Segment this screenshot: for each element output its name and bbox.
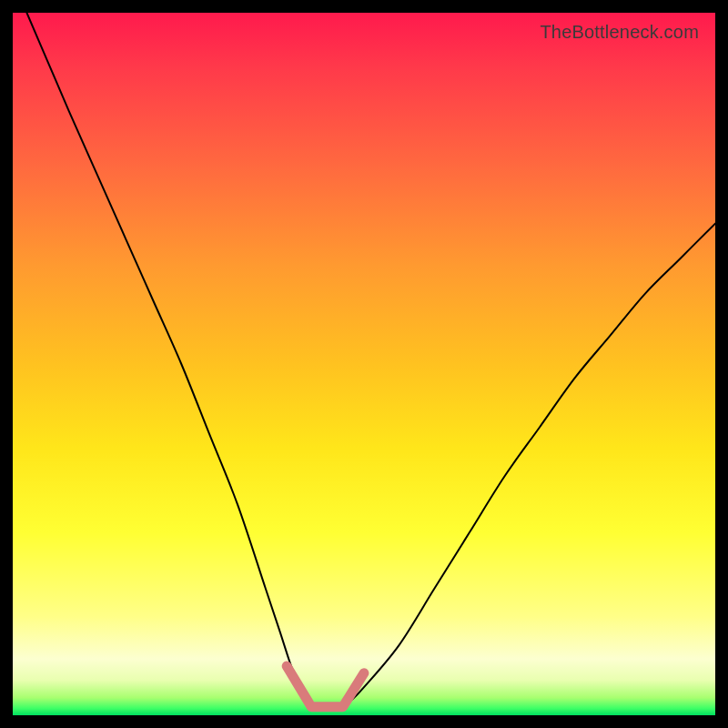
trough-marker [287, 666, 364, 707]
chart-frame: TheBottleneck.com [0, 0, 728, 728]
bottleneck-curve [26, 13, 715, 709]
attribution-label: TheBottleneck.com [540, 22, 699, 43]
plot-area: TheBottleneck.com [13, 13, 715, 715]
chart-svg [13, 13, 715, 715]
